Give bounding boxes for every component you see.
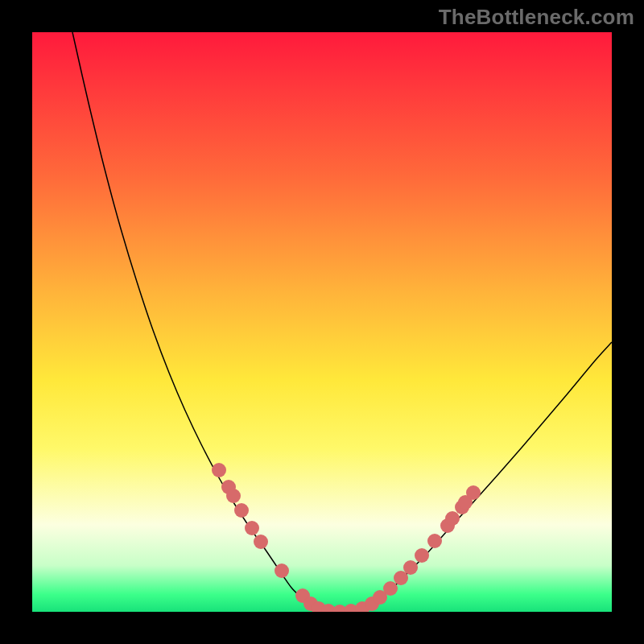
marker-group — [212, 463, 481, 612]
data-marker — [415, 548, 429, 563]
data-marker — [254, 535, 268, 549]
data-marker — [212, 463, 226, 477]
data-marker — [427, 534, 442, 548]
data-marker — [275, 564, 289, 578]
data-marker — [226, 489, 241, 503]
data-marker — [234, 503, 249, 518]
data-marker — [403, 560, 418, 575]
data-marker — [445, 511, 460, 526]
data-marker — [245, 521, 259, 535]
chart-svg — [32, 32, 612, 612]
bottleneck-curve — [72, 32, 612, 612]
data-marker — [466, 485, 481, 500]
data-marker — [383, 581, 398, 596]
watermark-text: TheBottleneck.com — [439, 5, 634, 30]
chart-plot-area — [32, 32, 612, 612]
outer-frame: TheBottleneck.com — [0, 0, 644, 644]
